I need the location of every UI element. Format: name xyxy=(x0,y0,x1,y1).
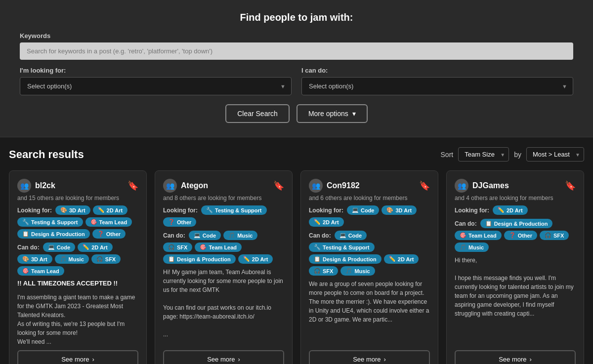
see-more-label-2: See more xyxy=(353,356,381,363)
sort-by-select[interactable]: Team Size Date Name xyxy=(458,147,509,162)
buttons-row: Clear Search More options ▾ xyxy=(20,104,573,123)
card-0: 👥bl2ck🔖and 15 others are looking for mem… xyxy=(9,170,147,364)
see-more-button-2[interactable]: See more › xyxy=(309,350,430,364)
sort-by-label: by xyxy=(514,151,521,159)
search-panel: Find people to jam with: Keywords I'm lo… xyxy=(0,0,593,137)
bookmark-icon-3[interactable]: 🔖 xyxy=(565,180,576,191)
can-do-row-0: Can do:💻Code✏️2D Art🎨3D Art🎵Music🎧SFX🎯Te… xyxy=(17,243,138,276)
tag-3d-art: 🎨3D Art xyxy=(55,205,90,215)
username-2: Con9182 xyxy=(327,181,360,190)
members-text-2: and 6 others are looking for members xyxy=(309,195,430,202)
sort-order-select[interactable]: Most > Least Least > Most xyxy=(526,147,584,162)
tag-2d-art: ✏️2D Art xyxy=(93,205,128,215)
bookmark-icon-1[interactable]: 🔖 xyxy=(273,180,284,191)
bookmark-icon-2[interactable]: 🔖 xyxy=(419,180,430,191)
can-do-tag-code: 💻Code xyxy=(43,243,76,252)
can-do-tag-sfx: 🎧SFX xyxy=(309,266,338,276)
can-do-label-2: Can do: xyxy=(309,232,331,239)
tag-other: ❓Other xyxy=(163,217,196,227)
cards-grid: 👥bl2ck🔖and 15 others are looking for mem… xyxy=(9,170,584,364)
looking-for-row-2: Looking for:💻Code🎨3D Art✏️2D Art xyxy=(309,205,430,227)
tag-3d-art: 🎨3D Art xyxy=(381,205,417,215)
sort-label: Sort xyxy=(441,151,454,159)
can-do-row-2: Can do:💻Code🔧Testing & Support📋Design & … xyxy=(309,231,430,276)
looking-for-label-3: Looking for: xyxy=(455,207,489,214)
can-do-tag-2d-art: ✏️2D Art xyxy=(238,254,273,264)
sort-order-wrapper: Most > Least Least > Most xyxy=(526,147,584,162)
looking-for-label-2: Looking for: xyxy=(309,207,343,214)
members-text-1: and 8 others are looking for members xyxy=(163,195,284,202)
looking-for-label-1: Looking for: xyxy=(163,207,198,214)
can-do-tag-music: 🎵Music xyxy=(455,243,489,252)
can-do-label-3: Can do: xyxy=(455,220,477,227)
card-user-1: 👥Ategon xyxy=(163,179,208,193)
can-do-tag-2d-art: ✏️2D Art xyxy=(78,243,113,252)
clear-search-button[interactable]: Clear Search xyxy=(225,104,290,123)
search-input[interactable] xyxy=(20,42,573,60)
can-do-tag-other: ❓Other xyxy=(504,231,537,240)
username-3: DJGames xyxy=(472,181,509,190)
can-do-row-3: Can do:📋Design & Production🎯Team Lead❓Ot… xyxy=(455,219,576,252)
card-header-2: 👥Con9182🔖 xyxy=(309,179,430,193)
can-do-tag-testing-&-support: 🔧Testing & Support xyxy=(309,243,375,252)
can-do-tag-code: 💻Code xyxy=(189,231,221,240)
tag-code: 💻Code xyxy=(347,205,380,215)
card-header-0: 👥bl2ck🔖 xyxy=(17,179,138,193)
chevron-right-icon-3: › xyxy=(530,356,532,363)
can-do-tag-design-&-production: 📋Design & Production xyxy=(480,219,553,228)
chevron-right-icon-2: › xyxy=(384,356,386,363)
tag-testing-&-support: 🔧Testing & Support xyxy=(201,205,267,215)
can-do-tag-3d-art: 🎨3D Art xyxy=(17,254,52,264)
tag-other: ❓Other xyxy=(92,229,126,239)
chevron-right-icon-0: › xyxy=(92,356,94,363)
looking-for-select[interactable]: Select option(s) xyxy=(20,77,292,95)
looking-for-group: I'm looking for: Select option(s) xyxy=(20,67,292,95)
card-desc-3: Hi there, I hope this message finds you … xyxy=(455,256,576,346)
card-desc-2: We are a group of seven people looking f… xyxy=(309,280,430,346)
can-do-tag-design-&-production: 📋Design & Production xyxy=(309,254,381,264)
card-user-0: 👥bl2ck xyxy=(17,179,55,193)
members-text-0: and 15 others are looking for members xyxy=(17,195,138,202)
tag-team-lead: 🎯Team Lead xyxy=(85,217,132,227)
see-more-button-3[interactable]: See more › xyxy=(455,350,576,364)
card-user-3: 👥DJGames xyxy=(455,179,509,193)
see-more-button-1[interactable]: See more › xyxy=(163,350,284,364)
can-do-tag-sfx: 🎧SFX xyxy=(91,254,121,264)
can-do-tag-code: 💻Code xyxy=(335,231,367,240)
sort-by-wrapper: Team Size Date Name xyxy=(458,147,509,162)
tag-testing-&-support: 🔧Testing & Support xyxy=(17,217,83,227)
can-do-group: I can do: Select option(s) xyxy=(301,67,573,95)
more-options-button[interactable]: More options ▾ xyxy=(296,104,368,123)
chevron-right-icon-1: › xyxy=(238,356,240,363)
avatar-2: 👥 xyxy=(309,179,323,193)
can-do-tag-music: 🎵Music xyxy=(55,254,89,264)
card-3: 👥DJGames🔖and 4 others are looking for me… xyxy=(446,170,584,364)
see-more-label-3: See more xyxy=(499,356,526,363)
looking-for-wrapper: Select option(s) xyxy=(20,77,292,95)
can-do-tag-design-&-production: 📋Design & Production xyxy=(163,254,236,264)
see-more-button-0[interactable]: See more › xyxy=(17,350,138,364)
see-more-label-0: See more xyxy=(61,356,89,363)
results-title: Search results xyxy=(9,148,84,161)
card-2: 👥Con9182🔖and 6 others are looking for me… xyxy=(300,170,438,364)
username-1: Ategon xyxy=(181,181,208,190)
can-do-label: I can do: xyxy=(301,67,573,74)
can-do-tag-sfx: 🎧SFX xyxy=(163,243,192,252)
username-0: bl2ck xyxy=(35,181,55,190)
sort-controls: Sort Team Size Date Name by Most > Least… xyxy=(441,147,584,162)
page-title: Find people to jam with: xyxy=(20,12,573,23)
card-user-2: 👥Con9182 xyxy=(309,179,360,193)
avatar-3: 👥 xyxy=(455,179,468,193)
can-do-wrapper: Select option(s) xyxy=(301,77,573,95)
card-desc-1: Hi! My game jam team, Team Auboreal is c… xyxy=(163,268,284,346)
dropdowns-row: I'm looking for: Select option(s) I can … xyxy=(20,67,573,95)
see-more-label-1: See more xyxy=(207,356,235,363)
can-do-tag-team-lead: 🎯Team Lead xyxy=(455,231,502,240)
looking-for-row-3: Looking for:✏️2D Art xyxy=(455,205,576,215)
card-header-3: 👥DJGames🔖 xyxy=(455,179,576,193)
bookmark-icon-0[interactable]: 🔖 xyxy=(127,180,138,191)
card-1: 👥Ategon🔖and 8 others are looking for mem… xyxy=(155,170,293,364)
card-desc-bold-0: !! ALL TIMEZONES ACCEPTED !! xyxy=(17,280,138,287)
can-do-select[interactable]: Select option(s) xyxy=(301,77,573,95)
tag-2d-art: ✏️2D Art xyxy=(309,217,344,227)
